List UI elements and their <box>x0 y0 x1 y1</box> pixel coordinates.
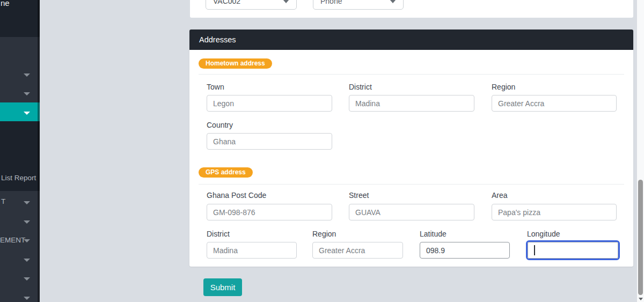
chevron-down-icon[interactable] <box>24 239 30 242</box>
gps-district-label: District <box>207 230 230 238</box>
sidebar-item-label[interactable]: ne <box>1 0 10 8</box>
street-input[interactable] <box>349 204 474 220</box>
gps-district-input[interactable] <box>207 242 297 259</box>
chevron-down-icon <box>390 0 396 3</box>
sidebar-scrollbar[interactable] <box>38 0 40 302</box>
sidebar-item-list-report[interactable]: List Report <box>1 174 36 182</box>
divider <box>199 74 624 75</box>
addresses-card: Addresses Hometown address Town District… <box>189 30 633 267</box>
addresses-header: Addresses <box>189 30 633 50</box>
app-screen: ne List Report T EMENT VAC002 Phone Addr… <box>0 0 644 302</box>
chevron-down-icon[interactable] <box>24 112 30 115</box>
chevron-down-icon[interactable] <box>24 297 30 300</box>
area-input[interactable] <box>492 204 617 220</box>
region-label: Region <box>492 83 515 91</box>
chevron-down-icon <box>283 0 289 3</box>
text-cursor <box>534 245 535 255</box>
vac-code-select[interactable]: VAC002 <box>206 0 297 10</box>
scrollbar-thumb[interactable] <box>638 180 643 295</box>
latitude-label: Latitude <box>420 230 447 238</box>
phone-select-value: Phone <box>320 0 342 5</box>
vac-code-select-value: VAC002 <box>213 0 240 5</box>
scrollbar-down-arrow-icon[interactable] <box>639 298 643 300</box>
ghana-post-code-label: Ghana Post Code <box>207 191 266 200</box>
chevron-down-icon[interactable] <box>24 277 30 281</box>
area-label: Area <box>492 191 508 200</box>
gps-region-input[interactable] <box>312 242 403 259</box>
town-label: Town <box>207 83 224 91</box>
longitude-focus-ring <box>526 240 620 260</box>
page-scrollbar[interactable] <box>637 0 644 302</box>
street-label: Street <box>349 191 369 200</box>
contact-info-card: VAC002 Phone <box>190 0 633 18</box>
district-input[interactable] <box>349 95 474 112</box>
gps-region-label: Region <box>312 230 336 238</box>
sidebar-item-label-t[interactable]: T <box>1 197 5 205</box>
sidebar-submenu-panel-lower <box>0 191 40 302</box>
chevron-down-icon[interactable] <box>24 92 30 95</box>
region-input[interactable] <box>492 95 617 112</box>
town-input[interactable] <box>207 95 332 112</box>
country-input[interactable] <box>207 133 332 150</box>
phone-select[interactable]: Phone <box>313 0 404 10</box>
hometown-address-badge: Hometown address <box>199 58 272 69</box>
country-label: Country <box>207 121 233 129</box>
gps-address-badge: GPS address <box>199 167 253 178</box>
sidebar-submenu-panel <box>0 37 40 102</box>
chevron-down-icon[interactable] <box>24 201 30 204</box>
chevron-down-icon[interactable] <box>24 220 30 224</box>
longitude-input[interactable] <box>528 242 618 259</box>
longitude-label: Longitude <box>527 230 560 238</box>
sidebar-active-item[interactable] <box>0 102 40 121</box>
chevron-down-icon[interactable] <box>24 73 30 77</box>
submit-button[interactable]: Submit <box>203 278 242 296</box>
ghana-post-code-input[interactable] <box>207 204 332 220</box>
chevron-down-icon[interactable] <box>24 259 30 262</box>
latitude-input[interactable] <box>420 242 510 259</box>
sidebar: ne List Report T EMENT <box>0 0 40 302</box>
sidebar-item-label-ement[interactable]: EMENT <box>0 236 25 244</box>
divider <box>199 184 624 185</box>
district-label: District <box>349 83 372 91</box>
